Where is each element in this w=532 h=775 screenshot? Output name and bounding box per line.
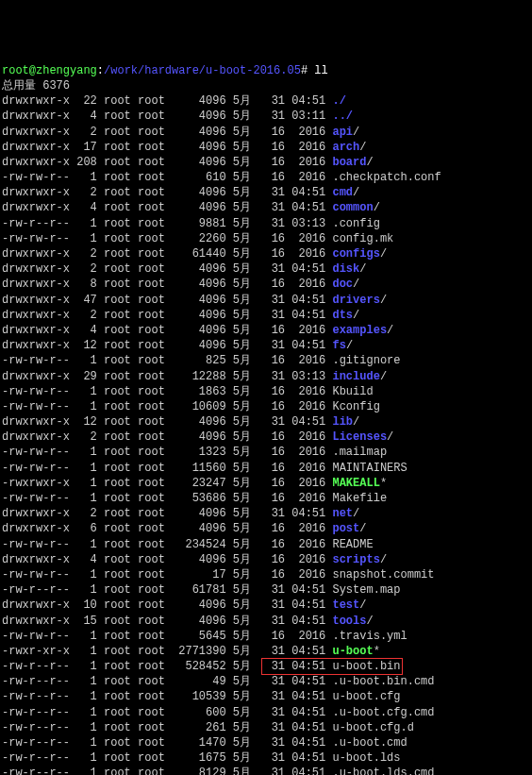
file-row: drwxrwxr-x 47 root root 4096 5月 31 04:51…: [2, 293, 532, 308]
file-row: -rw-rw-r-- 1 root root 5645 5月 16 2016 .…: [2, 629, 532, 644]
file-name: examples: [332, 324, 387, 337]
file-row: drwxrwxr-x 4 root root 4096 5月 31 03:11 …: [2, 109, 532, 124]
file-name: u-boot.bin: [332, 660, 400, 673]
file-name: .u-boot.cmd: [332, 736, 407, 750]
file-name: Licenses: [332, 430, 387, 444]
file-row: drwxrwxr-x 208 root root 4096 5月 16 2016…: [2, 155, 532, 170]
file-name: net: [332, 507, 353, 520]
file-row: drwxrwxr-x 12 root root 4096 5月 31 04:51…: [2, 414, 532, 430]
file-row: -rwxrwxr-x 1 root root 23247 5月 16 2016 …: [2, 476, 532, 491]
file-name: board: [332, 156, 366, 169]
file-row: drwxrwxr-x 2 root root 4096 5月 31 04:51 …: [2, 261, 532, 277]
file-name: test: [332, 598, 359, 612]
terminal-output[interactable]: root@zhengyang:/work/hardware/u-boot-201…: [2, 63, 532, 775]
file-row: drwxrwxr-x 22 root root 4096 5月 31 04:51…: [2, 93, 532, 109]
file-name: arch: [332, 141, 359, 154]
file-name: u-boot: [332, 645, 373, 658]
file-name: ./: [332, 94, 345, 108]
file-name: Kconfig: [332, 400, 379, 413]
file-name: .gitignore: [332, 354, 400, 367]
file-listing: drwxrwxr-x 22 root root 4096 5月 31 04:51…: [2, 93, 532, 775]
file-row: -rw-rw-r-- 1 root root 10609 5月 16 2016 …: [2, 399, 532, 414]
file-name: Makefile: [332, 492, 387, 505]
prompt-cmd: ll: [314, 64, 327, 77]
file-row: -rw-rw-r-- 1 root root 2260 5月 16 2016 c…: [2, 231, 532, 246]
file-row: drwxrwxr-x 6 root root 4096 5月 16 2016 p…: [2, 521, 532, 536]
file-row: -rw-r--r-- 1 root root 528452 5月 31 04:5…: [2, 659, 532, 674]
file-name: snapshot.commit: [332, 568, 434, 581]
file-row: -rw-rw-r-- 1 root root 610 5月 16 2016 .c…: [2, 170, 532, 185]
prompt-userhost: root@zhengyang: [2, 64, 97, 77]
file-name: api: [332, 126, 353, 139]
file-name: System.map: [332, 583, 400, 597]
file-name: u-boot.cfg.d: [332, 721, 413, 734]
file-row: -rw-r--r-- 1 root root 1470 5月 31 04:51 …: [2, 735, 532, 750]
file-name: .travis.yml: [332, 630, 407, 643]
file-name: README: [332, 538, 373, 551]
file-name: .u-boot.bin.cmd: [332, 675, 434, 688]
file-row: drwxrwxr-x 2 root root 61440 5月 16 2016 …: [2, 246, 532, 261]
file-name: cmd: [332, 186, 353, 199]
file-row: -rwxr-xr-x 1 root root 2771390 5月 31 04:…: [2, 644, 532, 659]
file-row: -rw-r--r-- 1 root root 261 5月 31 04:51 u…: [2, 720, 532, 735]
file-row: drwxrwxr-x 8 root root 4096 5月 16 2016 d…: [2, 277, 532, 292]
file-name: Kbuild: [332, 385, 373, 398]
file-name: .config: [332, 217, 379, 230]
file-row: drwxrwxr-x 10 root root 4096 5月 31 04:51…: [2, 598, 532, 613]
file-row: drwxrwxr-x 29 root root 12288 5月 31 03:1…: [2, 369, 532, 384]
file-name: u-boot.lds: [332, 751, 400, 765]
file-name: dts: [332, 309, 353, 322]
file-row: drwxrwxr-x 2 root root 4096 5月 31 04:51 …: [2, 308, 532, 323]
file-row: -rw-rw-r-- 1 root root 1323 5月 16 2016 .…: [2, 445, 532, 460]
file-name: .u-boot.lds.cmd: [332, 767, 434, 775]
file-name: include: [332, 370, 379, 383]
file-row: -rw-r--r-- 1 root root 61781 5月 31 04:51…: [2, 582, 532, 598]
file-name: scripts: [332, 553, 379, 566]
file-name: drivers: [332, 294, 379, 307]
file-name: MAKEALL: [332, 477, 379, 490]
file-name: tools: [332, 615, 366, 628]
file-row: -rw-rw-r-- 1 root root 825 5月 16 2016 .g…: [2, 353, 532, 368]
file-name: lib: [332, 415, 353, 429]
file-row: drwxrwxr-x 15 root root 4096 5月 31 04:51…: [2, 614, 532, 629]
file-name: u-boot.cfg: [332, 690, 400, 703]
file-row: -rw-r--r-- 1 root root 9881 5月 31 03:13 …: [2, 216, 532, 231]
file-row: drwxrwxr-x 2 root root 4096 5月 16 2016 L…: [2, 430, 532, 445]
file-name: config.mk: [332, 232, 393, 245]
file-row: drwxrwxr-x 4 root root 4096 5月 31 04:51 …: [2, 200, 532, 215]
prompt-line: root@zhengyang:/work/hardware/u-boot-201…: [2, 63, 532, 78]
file-row: -rw-rw-r-- 1 root root 234524 5月 16 2016…: [2, 537, 532, 552]
file-name: configs: [332, 247, 379, 261]
file-row: -rw-r--r-- 1 root root 49 5月 31 04:51 .u…: [2, 674, 532, 689]
file-row: drwxrwxr-x 2 root root 4096 5月 16 2016 a…: [2, 125, 532, 140]
file-row: -rw-rw-r-- 1 root root 11560 5月 16 2016 …: [2, 461, 532, 476]
file-name: fs: [332, 339, 345, 352]
file-name: MAINTAINERS: [332, 462, 407, 475]
total-line: 总用量 6376: [2, 78, 532, 93]
file-row: drwxrwxr-x 17 root root 4096 5月 16 2016 …: [2, 140, 532, 155]
file-row: drwxrwxr-x 4 root root 4096 5月 16 2016 s…: [2, 552, 532, 567]
file-row: -rw-r--r-- 1 root root 10539 5月 31 04:51…: [2, 689, 532, 704]
file-name: post: [332, 522, 359, 535]
file-name: ../: [332, 110, 353, 123]
file-row: -rw-r--r-- 1 root root 600 5月 31 04:51 .…: [2, 705, 532, 720]
highlight-box: 31 04:51 u-boot.bin: [261, 658, 403, 675]
file-row: -rw-r--r-- 1 root root 1675 5月 31 04:51 …: [2, 750, 532, 766]
file-name: doc: [332, 278, 353, 291]
file-row: drwxrwxr-x 4 root root 4096 5月 16 2016 e…: [2, 323, 532, 338]
file-row: drwxrwxr-x 2 root root 4096 5月 31 04:51 …: [2, 506, 532, 521]
file-name: .checkpatch.conf: [332, 171, 441, 184]
file-name: common: [332, 201, 373, 214]
file-row: -rw-r--r-- 1 root root 8129 5月 31 04:51 …: [2, 766, 532, 775]
file-name: .u-boot.cfg.cmd: [332, 706, 434, 719]
file-row: drwxrwxr-x 12 root root 4096 5月 31 04:51…: [2, 338, 532, 353]
file-name: .mailmap: [332, 446, 387, 459]
file-name: disk: [332, 262, 359, 276]
file-row: -rw-rw-r-- 1 root root 53686 5月 16 2016 …: [2, 491, 532, 506]
file-row: -rw-rw-r-- 1 root root 17 5月 16 2016 sna…: [2, 567, 532, 582]
file-row: drwxrwxr-x 2 root root 4096 5月 31 04:51 …: [2, 185, 532, 200]
file-row: -rw-rw-r-- 1 root root 1863 5月 16 2016 K…: [2, 384, 532, 399]
prompt-path: /work/hardware/u-boot-2016.05: [104, 64, 301, 77]
